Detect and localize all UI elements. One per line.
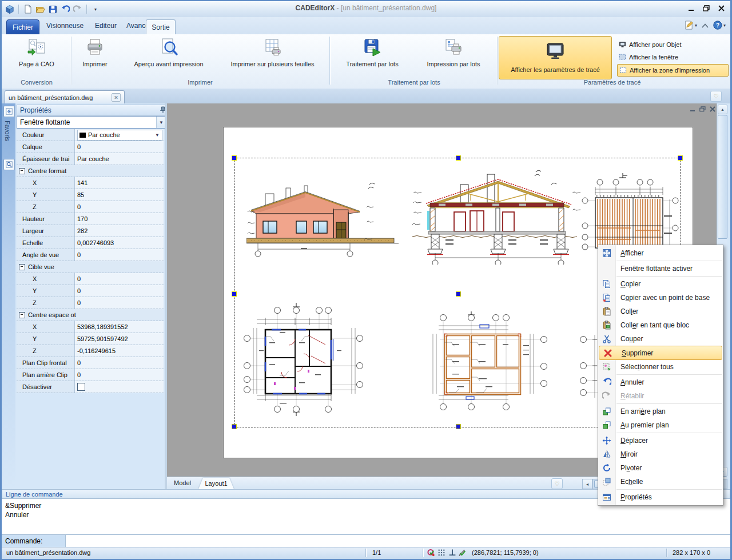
- tab-model[interactable]: Model: [174, 479, 191, 486]
- document-close-icon[interactable]: ✕: [112, 93, 121, 102]
- property-row[interactable]: Z-0,116249615: [17, 345, 164, 357]
- edit-settings-icon[interactable]: ▾: [684, 20, 697, 30]
- property-row[interactable]: Y0: [17, 285, 164, 297]
- restore-button[interactable]: [702, 3, 711, 11]
- afficher-pour-objet-button[interactable]: Afficher pour Objet: [617, 39, 727, 50]
- mdi-restore-icon[interactable]: [699, 106, 706, 113]
- property-row[interactable]: Z0: [17, 201, 164, 213]
- afficher-fenetre-button[interactable]: Afficher la fenêtre: [617, 51, 727, 63]
- menu-item-couper[interactable]: Couper: [598, 332, 723, 346]
- color-swatch: [79, 133, 86, 138]
- afficher-zone-impression-button[interactable]: Afficher la zone d'impression: [617, 64, 729, 77]
- menu-item-copier[interactable]: Copier: [598, 277, 723, 291]
- collapse-icon[interactable]: [19, 264, 25, 270]
- chevron-down-icon[interactable]: ▼: [155, 133, 162, 138]
- apercu-button[interactable]: Aperçu avant impression: [123, 37, 214, 77]
- favorites-panel-icon[interactable]: [3, 106, 15, 117]
- search-panel-icon[interactable]: [3, 159, 15, 170]
- property-row[interactable]: X0: [17, 273, 164, 285]
- menu-item-afficher[interactable]: Afficher: [598, 246, 723, 260]
- print-multiple-sheets-icon: [263, 37, 283, 58]
- osnap-toggle-icon[interactable]: [458, 549, 466, 558]
- command-input[interactable]: [66, 535, 730, 547]
- collapse-icon[interactable]: [19, 312, 25, 318]
- menu-item-proprietes[interactable]: Propriétés: [598, 490, 723, 504]
- property-row[interactable]: X141: [17, 177, 164, 189]
- move-icon: [598, 436, 615, 445]
- collapse-icon[interactable]: [19, 168, 25, 174]
- favorites-label[interactable]: Favoris: [4, 121, 11, 141]
- property-row[interactable]: Hauteur170: [17, 213, 164, 225]
- mdi-minimize-icon[interactable]: [689, 106, 697, 113]
- menu-item-selectionner-tous[interactable]: Sélectionner tous: [598, 360, 723, 374]
- property-group-centre-espace[interactable]: Centre espace ot: [17, 309, 164, 321]
- property-group-cible-vue[interactable]: Cible vue: [17, 261, 164, 273]
- selection-handle[interactable]: [456, 291, 461, 297]
- menu-item-miroir[interactable]: Miroir: [598, 447, 723, 461]
- tab-fichier[interactable]: Fichier: [6, 19, 39, 35]
- selection-handle[interactable]: [456, 424, 461, 429]
- selection-handle[interactable]: [232, 155, 237, 161]
- scroll-up-icon[interactable]: ▲: [718, 105, 727, 114]
- property-group-centre-format[interactable]: Centre format: [17, 165, 164, 177]
- selection-handle[interactable]: [232, 424, 237, 429]
- delete-icon: [599, 349, 616, 358]
- minimize-button[interactable]: [687, 3, 696, 11]
- property-row[interactable]: Echelle0,002746093: [17, 237, 164, 249]
- batch-print-icon: [444, 37, 463, 58]
- impression-lots-button[interactable]: Impression par lots: [415, 37, 492, 77]
- menu-item-pivoter[interactable]: Pivoter: [598, 461, 723, 475]
- tab-editeur[interactable]: Editeur: [95, 22, 117, 30]
- imprimer-multi-button[interactable]: Imprimer sur plusieurs feuilles: [220, 37, 325, 77]
- property-row[interactable]: Calque0: [17, 141, 164, 153]
- menu-item-au-premier-plan[interactable]: Au premier plan: [598, 418, 723, 432]
- menu-item-annuler[interactable]: Annuler: [598, 375, 723, 389]
- menu-item-retablir[interactable]: Rétablir: [598, 389, 723, 403]
- property-row[interactable]: Épaisseur de traiPar couche: [17, 153, 164, 165]
- traitement-lots-button[interactable]: Traitement par lots: [335, 37, 410, 77]
- selection-handle[interactable]: [456, 155, 461, 161]
- mdi-close-icon[interactable]: [709, 106, 716, 113]
- menu-item-en-arriere-plan[interactable]: En arrière plan: [598, 405, 723, 418]
- object-type-select[interactable]: Fenêtre flottante ▼: [17, 116, 166, 129]
- property-row-couleur[interactable]: Couleur Par couche▼: [17, 129, 164, 141]
- tab-layout1[interactable]: Layout1: [198, 478, 234, 489]
- menu-item-fenetre-flottante-activer[interactable]: Fenêtre flottante activer: [598, 262, 723, 275]
- document-tab[interactable]: un bâtiment_présentation.dwg ✕: [5, 90, 125, 104]
- imprimer-button[interactable]: Imprimer: [74, 37, 116, 77]
- command-prompt-row: Commande:: [2, 534, 730, 547]
- menu-item-coller-en-tant-que-bloc[interactable]: Coller en tant que bloc: [598, 318, 723, 332]
- property-row[interactable]: Plan arrière Clip0: [17, 369, 164, 381]
- selection-handle[interactable]: [678, 155, 683, 161]
- property-row[interactable]: X53968,189391552: [17, 321, 164, 333]
- property-row[interactable]: Z0: [17, 297, 164, 309]
- menu-item-copier-point-de-base[interactable]: Copier avec un point de base: [598, 291, 723, 305]
- selection-handle[interactable]: [232, 291, 237, 297]
- vertical-scroll-thumb[interactable]: [718, 115, 727, 239]
- collapse-ribbon-icon[interactable]: [702, 20, 709, 30]
- group-imprimer-label: Imprimer: [74, 79, 326, 86]
- property-row[interactable]: Angle de vue0: [17, 249, 164, 261]
- tab-visionneuse[interactable]: Visionneuse: [46, 22, 83, 30]
- checkbox[interactable]: [77, 383, 85, 391]
- layout-list-chevron-button[interactable]: ♡: [551, 478, 563, 489]
- ortho-toggle-icon[interactable]: [448, 549, 456, 558]
- property-row[interactable]: Y85: [17, 189, 164, 201]
- menu-item-deplacer[interactable]: Déplacer: [598, 434, 723, 447]
- property-row-desactiver[interactable]: Désactiver: [17, 381, 164, 393]
- page-a-cao-button[interactable]: Page à CAO: [9, 37, 65, 77]
- scroll-left-icon[interactable]: ◄: [582, 479, 592, 489]
- property-row[interactable]: Y59725,901597492: [17, 333, 164, 345]
- property-row[interactable]: Plan Clip frontal0: [17, 357, 164, 369]
- close-button[interactable]: [717, 3, 726, 11]
- tab-sortie[interactable]: Sortie: [146, 19, 176, 35]
- menu-item-coller[interactable]: Coller: [598, 305, 723, 318]
- grid-toggle-icon[interactable]: [437, 549, 445, 558]
- menu-item-echelle[interactable]: Echelle: [598, 475, 723, 489]
- menu-item-supprimer[interactable]: Supprimer: [599, 346, 722, 360]
- snap-toggle-icon[interactable]: [427, 549, 435, 558]
- help-icon[interactable]: ? ▾: [713, 21, 726, 30]
- afficher-parametres-trace-button[interactable]: Afficher les paramètres de tracé: [499, 36, 612, 79]
- tab-list-chevron-button[interactable]: ♡: [710, 91, 722, 102]
- property-row[interactable]: Largeur282: [17, 225, 164, 237]
